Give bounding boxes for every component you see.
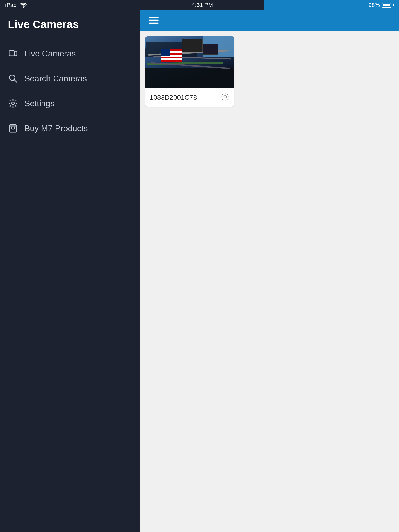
settings-icon [8,98,18,109]
status-bar: iPad 4:31 PM 98% [0,0,399,10]
camera-settings-button[interactable] [221,92,230,102]
sidebar-item-live-cameras[interactable]: Live Cameras [0,41,140,66]
camera-icon [8,48,18,59]
camera-name: 1083D2001C78 [150,94,197,102]
wifi-icon [20,2,27,8]
sidebar-nav: Live Cameras Search Cameras [0,38,140,141]
sidebar-item-buy-products[interactable]: Buy M7 Products [0,116,140,141]
svg-point-10 [224,96,227,98]
hamburger-menu-button[interactable] [148,15,159,27]
flag-decoration [161,49,182,62]
status-bar-center: 4:31 PM [140,0,264,10]
main-layout: Live Cameras Live Cameras [0,10,399,532]
cart-icon [8,123,18,134]
camera-info: 1083D2001C78 [145,88,234,107]
camera-image [145,36,234,88]
sidebar-item-search-cameras[interactable]: Search Cameras [0,66,140,91]
search-icon [8,73,18,84]
main-header [140,10,399,31]
main-content: 1083D2001C78 [140,10,399,532]
battery-icon [382,3,394,8]
nav-label-search-cameras: Search Cameras [24,74,87,83]
camera-grid: 1083D2001C78 [140,31,399,532]
time-label: 4:31 PM [192,2,213,9]
status-bar-right: 98% [264,0,399,10]
nav-label-buy-products: Buy M7 Products [24,124,88,133]
camera-card[interactable]: 1083D2001C78 [145,36,234,107]
svg-line-4 [14,80,17,82]
battery-pct-label: 98% [368,2,380,9]
svg-point-0 [23,7,24,8]
nav-label-live-cameras: Live Cameras [24,49,76,58]
nav-label-settings: Settings [24,99,55,108]
camera-thumbnail [145,36,234,88]
svg-marker-2 [15,51,17,56]
sidebar-title: Live Cameras [0,10,140,38]
svg-rect-1 [9,51,15,56]
sidebar: Live Cameras Live Cameras [0,10,140,532]
status-bar-left: iPad [0,0,140,10]
sidebar-item-settings[interactable]: Settings [0,91,140,116]
svg-point-5 [12,102,15,105]
device-label: iPad [5,2,17,9]
